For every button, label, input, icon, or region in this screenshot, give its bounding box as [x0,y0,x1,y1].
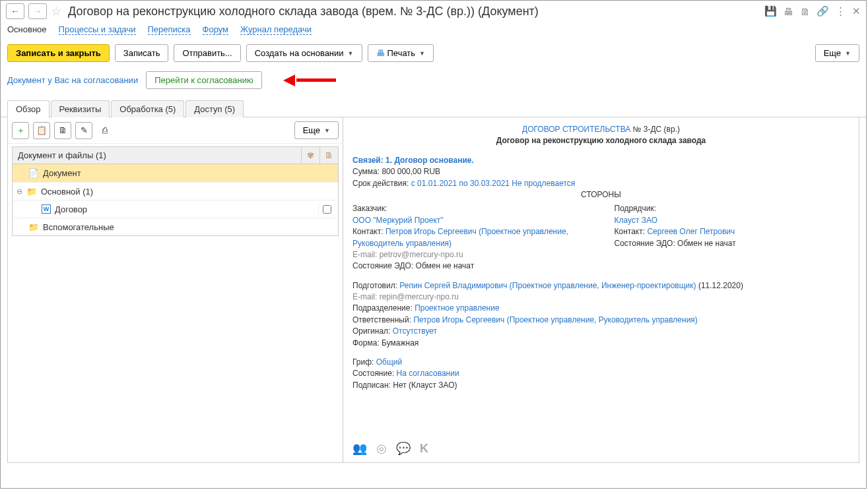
department-link[interactable]: Проектное управление [415,303,499,313]
tree-node-main[interactable]: ⊖ 📁 Основной (1) [13,182,338,200]
responsible-link[interactable]: Петров Игорь Сергеевич (Проектное управл… [413,315,697,324]
signature-column-icon[interactable]: ✾ [301,147,319,164]
users-icon[interactable]: 👥 [352,440,367,457]
menu-processes[interactable]: Процессы и задачи [59,24,136,35]
menu-main[interactable]: Основное [7,24,47,35]
create-on-basis-button[interactable]: Создать на основании▼ [246,44,362,62]
menu-forum[interactable]: Форум [203,24,229,35]
collapse-icon[interactable]: ⊖ [17,187,22,196]
doc-type-link[interactable]: ДОГОВОР СТРОИТЕЛЬСТВА [522,125,630,134]
file-row-checkbox[interactable] [323,205,331,214]
customer-block: Заказчик: ООО "Меркурий Проект" Контакт:… [352,203,588,272]
tree-node-contract-file[interactable]: W Договор [13,200,338,218]
contractor-name-link[interactable]: Клауст ЗАО [615,216,658,225]
attention-arrow-icon [283,76,336,85]
link-icon[interactable]: 🔗 [817,5,829,17]
menu-journal[interactable]: Журнал передачи [240,24,312,35]
tree-node-document[interactable]: 📄 Документ [13,164,338,182]
report-icon[interactable]: 🗎 [800,6,810,17]
tab-details[interactable]: Реквизиты [51,100,110,117]
form-value: Бумажная [382,338,418,348]
file-column-icon[interactable]: 🗎 [319,147,338,164]
prepared-email: repin@mercury-npo.ru [380,292,459,301]
document-icon: 📄 [28,168,39,178]
favorite-star-icon[interactable]: ☆ [51,4,61,18]
tree-node-aux[interactable]: 📁 Вспомогательные [13,218,338,235]
save-close-button[interactable]: Записать и закрыть [7,44,110,62]
prepared-date: (11.12.2020) [698,281,743,290]
contractor-contact-link[interactable]: Сергеев Олег Петрович [647,227,735,236]
scan-icon[interactable]: ⎙ [96,122,114,139]
links-info[interactable]: Связей: 1. Договор основание. [352,156,474,165]
save-button[interactable]: Записать [115,44,169,62]
tab-overview[interactable]: Обзор [7,100,50,117]
original-link[interactable]: Отсутствует [393,326,437,336]
print-button[interactable]: 🖶Печать▼ [368,44,434,62]
contractor-edo: Обмен не начат [677,239,736,248]
kebab-menu-icon[interactable]: ⋮ [836,5,846,17]
forward-button[interactable]: → [28,3,47,19]
close-icon[interactable]: ✕ [852,5,861,17]
prepared-by-link[interactable]: Репин Сергей Владимирович (Проектное упр… [399,281,696,290]
chat-icon[interactable]: 💬 [396,440,411,457]
send-button[interactable]: Отправить... [174,44,240,62]
more-button[interactable]: Еще▼ [815,44,859,62]
folder-icon: 📁 [28,222,39,232]
tab-access[interactable]: Доступ (5) [185,100,244,117]
customer-edo: Обмен не начат [416,261,475,270]
customer-email: petrov@mercury-npo.ru [380,250,463,259]
customer-name-link[interactable]: ООО "Меркурий Проект" [352,216,444,225]
state-link[interactable]: На согласовании [397,369,459,378]
tree-header: Документ и файлы (1) ✾ 🗎 [12,146,339,164]
tab-processing[interactable]: Обработка (5) [111,100,184,117]
window-title: Договор на реконструкцию холодного склад… [68,5,760,18]
doc-number: № 3-ДС (вр.) [633,125,680,134]
save-icon[interactable]: 💾 [764,5,777,17]
k-icon[interactable]: K [420,440,428,457]
customer-contact-link[interactable]: Петров Игорь Сергеевич (Проектное управл… [352,227,568,247]
folder-icon: 📁 [26,187,37,197]
sum-value: 800 000,00 RUB [382,167,440,176]
stamp-link[interactable]: Общий [376,357,403,367]
signed-value: Нет (Клауст ЗАО) [393,381,457,390]
paste-icon[interactable]: 📋 [33,122,50,139]
left-more-button[interactable]: Еще▼ [294,121,339,139]
parties-header: СТОРОНЫ [352,189,850,200]
print-icon[interactable]: 🖶 [784,6,793,17]
new-doc-icon[interactable]: 🗎 [54,122,71,139]
target-icon[interactable]: ◎ [376,440,387,457]
edit-icon[interactable]: ✎ [75,122,92,139]
period-link[interactable]: с 01.01.2021 по 30.03.2021 Не продлевает… [411,179,576,188]
menu-correspondence[interactable]: Переписка [148,24,191,35]
menubar: Основное Процессы и задачи Переписка Фор… [1,22,866,40]
add-icon[interactable]: ＋ [12,122,29,139]
go-to-approval-button[interactable]: Перейти к согласованию [146,71,262,89]
approval-message: Документ у Вас на согласовании [7,75,138,85]
contractor-block: Подрядчик: Клауст ЗАО Контакт: Сергеев О… [615,203,850,272]
back-button[interactable]: ← [6,3,24,19]
doc-title: Договор на реконструкцию холодного склад… [496,136,706,145]
word-file-icon: W [42,204,51,214]
